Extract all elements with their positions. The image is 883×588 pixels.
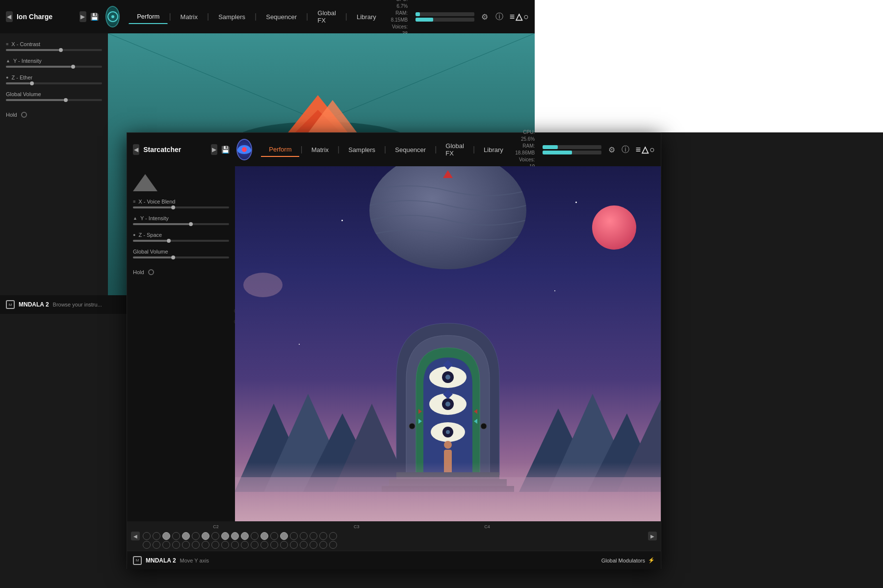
ground-fog [235,462,661,521]
settings-icon-front[interactable]: ⚙ [607,143,616,156]
nav-next-back[interactable]: ▶ [79,11,86,22]
key-dot-b8[interactable] [211,541,219,549]
key-dot-2[interactable] [153,532,160,540]
star-5 [299,344,300,345]
key-dot-13[interactable] [260,532,268,540]
key-dot-20[interactable] [329,532,337,540]
tab-globalfx-front[interactable]: Global FX [438,139,472,160]
slider-z-icon-front: ● [133,232,135,237]
sys-info-back: CPU: 6.7% RAM: 8.15MB Voices: 38 [389,0,408,37]
key-label-c2: C2 [213,524,219,529]
key-dot-b13[interactable] [260,541,268,549]
perf-bars-back [416,12,474,22]
slider-y-icon-back: ▲ [6,58,10,63]
tab-library-back[interactable]: Library [348,10,385,24]
pink-blob-left [243,273,283,297]
key-dot-b19[interactable] [319,541,327,549]
settings-icon-back[interactable]: ⚙ [480,10,489,24]
global-volume-track-back[interactable] [6,99,102,101]
sidebar-back: ≡ X - Contrast ▲ Y - Intensity [0,33,108,314]
nav-prev-front[interactable]: ◀ [133,144,139,155]
kb-arrow-right[interactable]: ▶ [648,532,657,540]
slider-y-track-back[interactable] [6,66,102,68]
key-dot-b11[interactable] [241,541,249,549]
tab-samplers-back[interactable]: Samplers [210,10,254,24]
key-dot-b14[interactable] [270,541,278,549]
key-dot-b2[interactable] [153,541,160,549]
key-dot-b4[interactable] [172,541,180,549]
key-dot-15[interactable] [280,532,288,540]
key-dot-b6[interactable] [192,541,200,549]
tab-matrix-front[interactable]: Matrix [304,143,337,156]
key-dot-b17[interactable] [300,541,308,549]
cpu-bar-back [416,12,474,16]
preset-name-back: Ion Charge [17,13,76,21]
brand-triangle: △ [516,11,522,22]
global-volume-track-front[interactable] [133,256,229,258]
key-dot-b3[interactable] [162,541,170,549]
bottom-status-front: Move Y axis [180,558,209,563]
mndala-logo-back: MNDALA 2 [19,301,49,308]
slider-y-intensity-back: ▲ Y - Intensity [6,58,102,68]
key-dot-7[interactable] [202,532,209,540]
info-icon-back[interactable]: ⓘ [495,10,504,24]
key-dot-b10[interactable] [231,541,239,549]
nav-prev-back[interactable]: ◀ [6,11,13,22]
tab-library-front[interactable]: Library [476,143,511,156]
eye-logo [237,145,251,154]
key-dot-19[interactable] [319,532,327,540]
key-dot-b1[interactable] [143,541,151,549]
key-dot-16[interactable] [290,532,298,540]
key-dot-b5[interactable] [182,541,190,549]
perf-bars-front [543,145,601,154]
tab-samplers-front[interactable]: Samplers [340,143,383,156]
global-mod-label: Global Modulators [601,558,645,563]
topbar-front: ◀ Starcatcher ▶ 💾 Perform | Matrix | Sam… [127,133,661,166]
key-dot-b20[interactable] [329,541,337,549]
key-dot-b7[interactable] [202,541,209,549]
slider-z-track-back[interactable] [6,82,102,84]
key-dot-11[interactable] [241,532,249,540]
hold-dot-back[interactable] [21,112,27,118]
tab-sequencer-front[interactable]: Sequencer [387,143,434,156]
key-dot-4[interactable] [172,532,180,540]
tab-globalfx-back[interactable]: Global FX [309,6,344,27]
key-dot-17[interactable] [300,532,308,540]
tab-perform-back[interactable]: Perform [129,9,168,24]
key-dot-b18[interactable] [310,541,317,549]
key-dot-b12[interactable] [251,541,259,549]
save-button-back[interactable]: 💾 [90,11,99,22]
key-dot-14[interactable] [270,532,278,540]
sep2: | [207,12,209,21]
key-dot-1[interactable] [143,532,151,540]
key-dot-b9[interactable] [221,541,229,549]
slider-x-track-back[interactable] [6,49,102,51]
key-dot-3[interactable] [162,532,170,540]
bg-planet [369,166,526,269]
key-dot-12[interactable] [251,532,259,540]
key-dot-6[interactable] [192,532,200,540]
key-dot-b15[interactable] [280,541,288,549]
key-dot-b16[interactable] [290,541,298,549]
slider-z-track-front[interactable] [133,240,229,242]
key-dot-10[interactable] [231,532,239,540]
tab-perform-front[interactable]: Perform [261,143,299,157]
kb-arrow-left[interactable]: ◀ [131,532,140,540]
save-button-front[interactable]: 💾 [221,144,230,155]
key-dot-9[interactable] [221,532,229,540]
info-icon-front[interactable]: ⓘ [622,143,630,156]
global-modulators[interactable]: Global Modulators ⚡ [601,557,655,563]
tab-matrix-back[interactable]: Matrix [172,10,206,24]
slider-y-label-front: ▲ Y - Intensity [133,215,229,221]
key-dot-8[interactable] [211,532,219,540]
logo-inner-back [107,11,118,22]
viz-area-front [235,166,661,521]
slider-x-track-front[interactable] [133,206,229,208]
key-dot-5[interactable] [182,532,190,540]
key-dot-18[interactable] [310,532,317,540]
hold-dot-front[interactable] [148,269,154,275]
hold-label-front: Hold [133,269,144,275]
tab-sequencer-back[interactable]: Sequencer [258,10,305,24]
nav-next-front[interactable]: ▶ [211,144,217,155]
slider-y-track-front[interactable] [133,223,229,225]
